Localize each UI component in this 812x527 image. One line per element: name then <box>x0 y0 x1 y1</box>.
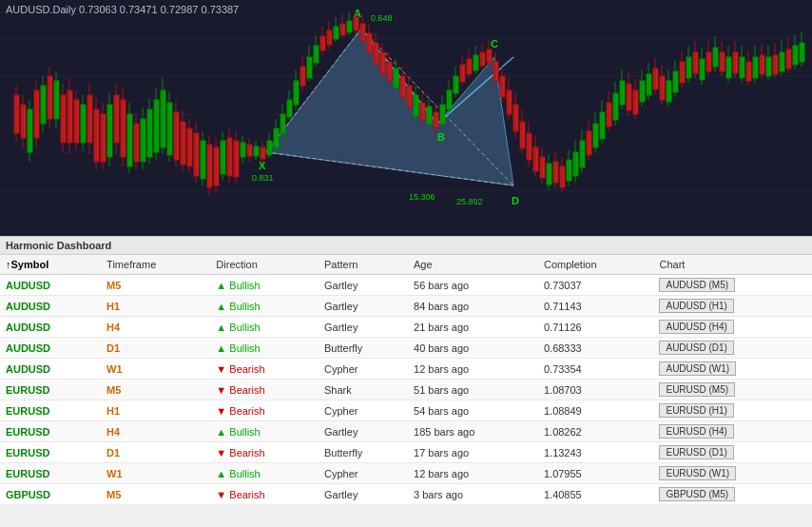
cell-direction: ▲ Bullish <box>210 317 319 338</box>
cell-symbol: EURUSD <box>0 463 101 484</box>
cell-completion: 0.68333 <box>538 338 654 359</box>
cell-pattern: Gartley <box>319 296 408 317</box>
table-row: EURUSD H1 ▼ Bearish Cypher 54 bars ago 1… <box>0 400 812 421</box>
col-pattern[interactable]: Pattern <box>319 255 408 275</box>
col-timeframe[interactable]: Timeframe <box>101 255 210 275</box>
col-chart[interactable]: Chart <box>653 255 812 275</box>
table-row: GBPUSD M5 ▼ Bearish Gartley 3 bars ago 1… <box>0 484 812 505</box>
chart-button[interactable]: AUDUSD (H4) <box>659 320 733 334</box>
cell-pattern: Cypher <box>319 400 408 421</box>
dashboard: Harmonic Dashboard ↑Symbol Timeframe Dir… <box>0 236 812 527</box>
dashboard-title: Harmonic Dashboard <box>0 237 812 255</box>
cell-age: 12 bars ago <box>408 359 538 380</box>
table-row: EURUSD W1 ▲ Bullish Cypher 12 bars ago 1… <box>0 463 812 484</box>
svg-text:C: C <box>491 38 498 49</box>
cell-tf: H1 <box>101 296 210 317</box>
cell-chart[interactable]: AUDUSD (M5) <box>653 275 812 296</box>
col-symbol[interactable]: ↑Symbol <box>0 255 101 275</box>
svg-text:0.648: 0.648 <box>371 13 393 23</box>
chart-button[interactable]: EURUSD (H4) <box>659 424 733 439</box>
svg-text:D: D <box>512 195 519 206</box>
cell-tf: D1 <box>101 338 210 359</box>
cell-symbol: EURUSD <box>0 442 101 463</box>
cell-completion: 1.40855 <box>538 484 654 505</box>
table-container[interactable]: ↑Symbol Timeframe Direction Pattern Age <box>0 255 812 512</box>
col-completion[interactable]: Completion <box>538 255 654 275</box>
cell-pattern: Gartley <box>319 484 408 505</box>
cell-chart[interactable]: GBPUSD (M5) <box>653 484 812 505</box>
cell-completion: 1.07955 <box>538 463 654 484</box>
table-row: EURUSD H4 ▲ Bullish Gartley 185 bars ago… <box>0 421 812 442</box>
cell-age: 21 bars ago <box>408 317 538 338</box>
svg-text:25.892: 25.892 <box>456 197 483 206</box>
table-row: AUDUSD H4 ▲ Bullish Gartley 21 bars ago … <box>0 317 812 338</box>
cell-chart[interactable]: EURUSD (M5) <box>653 380 812 400</box>
cell-completion: 0.73354 <box>538 359 654 380</box>
cell-chart[interactable]: AUDUSD (W1) <box>653 359 812 380</box>
svg-text:0.831: 0.831 <box>252 173 274 183</box>
chart-button[interactable]: GBPUSD (M5) <box>659 487 735 501</box>
chart-button[interactable]: EURUSD (M5) <box>659 382 735 397</box>
chart-area: AUDUSD.Daily 0.73063 0.73471 0.72987 0.7… <box>0 0 812 236</box>
cell-pattern: Cypher <box>319 463 408 484</box>
cell-chart[interactable]: EURUSD (W1) <box>653 463 812 484</box>
chart-button[interactable]: AUDUSD (M5) <box>659 278 735 292</box>
table-row: EURUSD M5 ▼ Bearish Shark 51 bars ago 1.… <box>0 380 812 400</box>
cell-direction: ▲ Bullish <box>210 463 319 484</box>
cell-direction: ▲ Bullish <box>210 275 319 296</box>
cell-direction: ▼ Bearish <box>210 484 319 505</box>
cell-pattern: Gartley <box>319 317 408 338</box>
cell-tf: H4 <box>101 421 210 442</box>
cell-symbol: EURUSD <box>0 380 101 400</box>
cell-age: 40 bars ago <box>408 338 538 359</box>
cell-symbol: AUDUSD <box>0 317 101 338</box>
cell-chart[interactable]: EURUSD (D1) <box>653 442 812 463</box>
chart-button[interactable]: EURUSD (W1) <box>659 466 736 480</box>
cell-tf: W1 <box>101 463 210 484</box>
chart-button[interactable]: AUDUSD (W1) <box>659 361 736 376</box>
cell-completion: 1.08262 <box>538 421 654 442</box>
cell-direction: ▼ Bearish <box>210 400 319 421</box>
cell-chart[interactable]: AUDUSD (D1) <box>653 338 812 359</box>
cell-tf: M5 <box>101 380 210 400</box>
table-row: EURUSD D1 ▼ Bearish Butterfly 17 bars ag… <box>0 442 812 463</box>
cell-pattern: Butterfly <box>319 338 408 359</box>
cell-direction: ▼ Bearish <box>210 359 319 380</box>
cell-pattern: Shark <box>319 380 408 400</box>
col-direction[interactable]: Direction <box>210 255 319 275</box>
col-age[interactable]: Age <box>408 255 538 275</box>
chart-button[interactable]: AUDUSD (H1) <box>659 299 733 313</box>
cell-completion: 1.08703 <box>538 380 654 400</box>
chart-title: AUDUSD.Daily 0.73063 0.73471 0.72987 0.7… <box>6 4 239 15</box>
chart-button[interactable]: EURUSD (D1) <box>659 445 733 459</box>
cell-completion: 1.13243 <box>538 442 654 463</box>
cell-direction: ▼ Bearish <box>210 442 319 463</box>
cell-chart[interactable]: EURUSD (H1) <box>653 400 812 421</box>
cell-chart[interactable]: EURUSD (H4) <box>653 421 812 442</box>
table-row: AUDUSD D1 ▲ Bullish Butterfly 40 bars ag… <box>0 338 812 359</box>
cell-symbol: EURUSD <box>0 400 101 421</box>
cell-chart[interactable]: AUDUSD (H1) <box>653 296 812 317</box>
cell-tf: D1 <box>101 442 210 463</box>
cell-direction: ▲ Bullish <box>210 338 319 359</box>
cell-age: 17 bars ago <box>408 442 538 463</box>
cell-pattern: Gartley <box>319 275 408 296</box>
cell-pattern: Cypher <box>319 359 408 380</box>
cell-tf: W1 <box>101 359 210 380</box>
cell-chart[interactable]: AUDUSD (H4) <box>653 317 812 338</box>
cell-age: 185 bars ago <box>408 421 538 442</box>
cell-tf: M5 <box>101 275 210 296</box>
table-row: AUDUSD W1 ▼ Bearish Cypher 12 bars ago 0… <box>0 359 812 380</box>
cell-age: 51 bars ago <box>408 380 538 400</box>
cell-direction: ▼ Bearish <box>210 380 319 400</box>
cell-direction: ▲ Bullish <box>210 296 319 317</box>
table-row: AUDUSD M5 ▲ Bullish Gartley 56 bars ago … <box>0 275 812 296</box>
dashboard-table: ↑Symbol Timeframe Direction Pattern Age <box>0 255 812 505</box>
cell-symbol: AUDUSD <box>0 359 101 380</box>
cell-symbol: AUDUSD <box>0 275 101 296</box>
chart-button[interactable]: AUDUSD (D1) <box>659 341 733 355</box>
cell-symbol: EURUSD <box>0 421 101 442</box>
cell-symbol: AUDUSD <box>0 338 101 359</box>
chart-button[interactable]: EURUSD (H1) <box>659 403 733 418</box>
cell-symbol: AUDUSD <box>0 296 101 317</box>
